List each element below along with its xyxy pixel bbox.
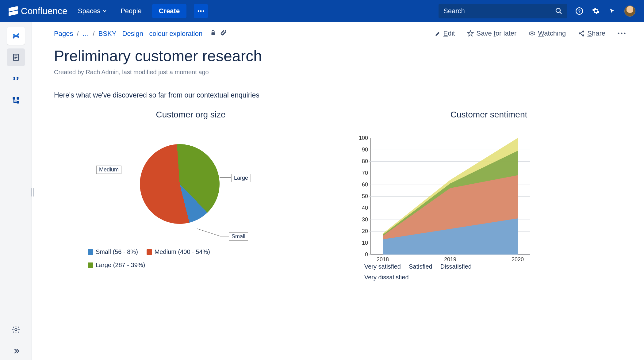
- nav-people[interactable]: People: [117, 7, 145, 15]
- page-content: Pages / … / BSKY - Design - colour explo…: [32, 22, 644, 360]
- pie-chart: [137, 141, 222, 227]
- svg-point-14: [15, 329, 17, 331]
- nav-people-label: People: [121, 7, 142, 15]
- page-actions: Edit Save for later Watching Share: [435, 29, 626, 37]
- sidebar-expand[interactable]: [7, 342, 25, 360]
- pie-label-medium: Medium: [96, 166, 121, 174]
- svg-point-24: [621, 33, 623, 34]
- confluence-small-icon: [12, 32, 20, 40]
- save-for-later-button[interactable]: Save for later: [467, 29, 516, 37]
- svg-point-2: [203, 10, 204, 12]
- top-nav: Confluence Spaces People Create ?: [0, 0, 644, 22]
- share-button[interactable]: Share: [578, 29, 605, 37]
- restrictions-icon[interactable]: [210, 29, 217, 38]
- app-logo[interactable]: Confluence: [9, 6, 67, 16]
- create-button[interactable]: Create: [152, 4, 186, 18]
- quote-icon: [12, 75, 20, 83]
- svg-line-21: [581, 32, 583, 33]
- create-button-label: Create: [159, 7, 180, 15]
- tree-icon: [12, 96, 20, 105]
- page-icon: [12, 53, 20, 62]
- chevron-down-icon: [102, 9, 107, 13]
- attachments-icon[interactable]: [220, 29, 227, 38]
- share-icon: [578, 30, 585, 37]
- more-actions-button[interactable]: [618, 33, 626, 34]
- svg-rect-12: [17, 97, 19, 100]
- expand-icon: [12, 347, 20, 355]
- svg-rect-15: [212, 32, 215, 35]
- legend-item-large: Large (287 - 39%): [88, 262, 145, 269]
- legend-item-very-dissatisfied: Very dissatisfied: [364, 274, 409, 281]
- svg-point-1: [200, 10, 202, 12]
- sidebar-item-blog[interactable]: [7, 70, 25, 88]
- legend-item-very-satisfied: Very satisfied: [364, 263, 401, 270]
- search-icon: [555, 7, 562, 15]
- breadcrumb-ellipsis[interactable]: …: [82, 30, 89, 38]
- brand-name: Confluence: [21, 6, 67, 16]
- svg-point-17: [531, 33, 533, 34]
- legend-item-small: Small (56 - 8%): [88, 248, 138, 255]
- legend-item-dissatisfied: Dissatisfied: [440, 263, 472, 270]
- pencil-icon: [435, 30, 441, 36]
- chart-title-org-size: Customer org size: [54, 110, 328, 120]
- intro-text: Here's what we've discovered so far from…: [54, 91, 626, 99]
- svg-line-22: [581, 34, 583, 35]
- help-icon[interactable]: ?: [575, 6, 584, 16]
- sidebar: [0, 22, 32, 360]
- nav-spaces[interactable]: Spaces: [75, 7, 110, 15]
- svg-line-4: [560, 12, 562, 14]
- sidebar-item-space-home[interactable]: [7, 27, 25, 45]
- svg-rect-11: [13, 97, 15, 100]
- area-chart: 0102030405060708090100201820192020: [370, 138, 530, 255]
- edit-button[interactable]: Edit: [435, 29, 455, 37]
- star-icon: [467, 30, 474, 37]
- avatar[interactable]: [624, 6, 635, 17]
- svg-rect-13: [17, 101, 19, 103]
- legend-item-satisfied: Satisfied: [409, 263, 432, 270]
- eye-icon: [529, 30, 535, 37]
- svg-point-23: [618, 33, 619, 34]
- search-box[interactable]: [439, 4, 567, 18]
- chart-title-sentiment: Customer sentiment: [352, 110, 626, 120]
- pie-label-large: Large: [231, 174, 251, 182]
- create-more-button[interactable]: [194, 4, 208, 18]
- svg-point-25: [624, 33, 626, 34]
- sidebar-item-pages[interactable]: [7, 48, 25, 66]
- svg-point-0: [198, 10, 199, 12]
- chart-customer-sentiment: Customer sentiment 010203040506070809010…: [352, 110, 626, 281]
- pie-label-small: Small: [229, 232, 248, 241]
- breadcrumb-current[interactable]: BSKY - Design - colour exploration: [98, 30, 203, 38]
- gear-icon: [12, 325, 20, 334]
- search-input[interactable]: [443, 7, 555, 15]
- area-legend: Very satisfied Satisfied Dissatisfied Ve…: [352, 263, 524, 281]
- svg-text:?: ?: [578, 8, 581, 13]
- breadcrumb-pages[interactable]: Pages: [54, 30, 73, 38]
- chart-customer-org-size: Customer org size Medium Large Small Sma…: [54, 110, 328, 281]
- sidebar-item-space-settings[interactable]: [7, 321, 25, 339]
- pie-legend: Small (56 - 8%) Medium (400 - 54%) Large…: [54, 248, 232, 269]
- watching-button[interactable]: Watching: [529, 29, 566, 37]
- settings-icon[interactable]: [591, 6, 600, 16]
- svg-point-3: [556, 8, 560, 13]
- ellipsis-icon: [197, 10, 204, 12]
- ellipsis-icon: [618, 33, 626, 34]
- legend-item-medium: Medium (400 - 54%): [147, 248, 210, 255]
- page-title: Preliminary customer research: [54, 47, 626, 65]
- sidebar-item-tree[interactable]: [7, 91, 25, 109]
- page-byline: Created by Rach Admin, last modified jus…: [54, 69, 626, 76]
- confluence-icon: [9, 6, 18, 16]
- notifications-icon[interactable]: [608, 6, 617, 16]
- nav-spaces-label: Spaces: [78, 7, 100, 15]
